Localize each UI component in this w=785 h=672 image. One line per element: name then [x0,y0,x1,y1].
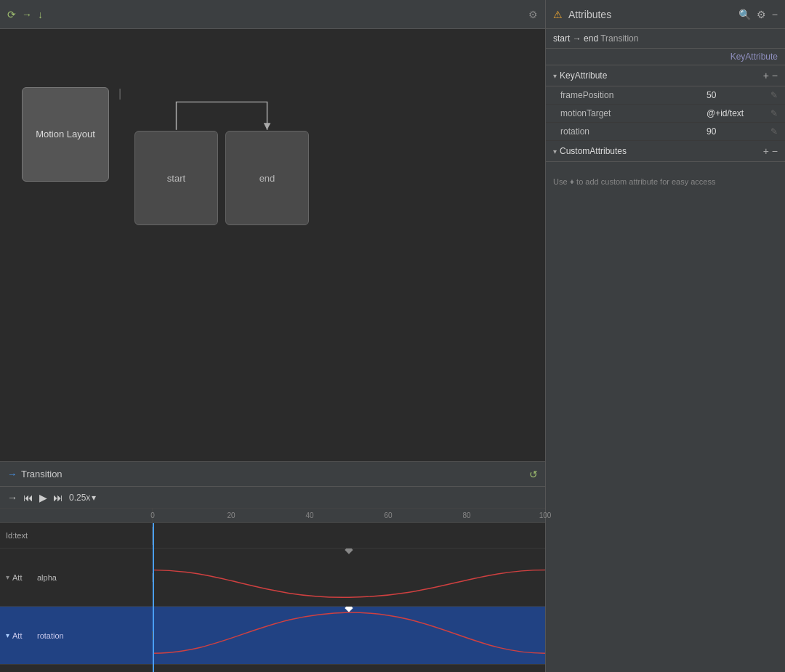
rotation-label-area: ▾ Att rotation [0,631,153,640]
minus-icon[interactable]: − [772,9,778,20]
key-attr-add-btn[interactable]: + [763,70,769,81]
alpha-row: ▾ Att alpha [0,548,545,607]
right-header: ⚠ Attributes 🔍 ⚙ − [546,0,785,29]
key-attribute-section-header: ▾ KeyAttribute + − [546,65,785,86]
motion-target-row: motionTarget @+id/text ✎ [546,105,785,123]
tick-80: 80 [462,511,470,519]
rotation-expand-icon[interactable]: ▾ [6,631,9,639]
node-end-label: end [259,173,275,184]
node-separator: | [109,87,131,100]
tick-60: 60 [384,511,392,519]
frame-position-edit-icon[interactable]: ✎ [770,90,778,100]
nodes-right-group: start end [131,87,313,225]
node-motion-layout[interactable]: Motion Layout [22,87,109,182]
timeline-header: → Transition ↺ [0,462,545,487]
speed-value: 0.25x [69,493,90,503]
custom-attr-info: Use + to add custom attribute for easy a… [546,162,785,202]
tick-0: 0 [150,511,155,519]
alpha-expand-icon[interactable]: ▾ [6,573,9,581]
rotation-row: ▾ Att rotation [0,607,545,665]
key-attr-triangle[interactable]: ▾ [553,72,557,80]
transition-end: end [584,33,598,44]
nodes-container: Motion Layout | start [22,87,313,225]
motion-icon[interactable]: ⟳ [7,9,16,20]
motion-target-name: motionTarget [560,108,701,118]
custom-attr-triangle[interactable]: ▾ [553,147,557,155]
alpha-graph[interactable] [153,548,545,606]
search-icon[interactable]: 🔍 [738,9,751,20]
svg-marker-0 [264,123,271,130]
transition-type: Transition [600,33,638,44]
node-end[interactable]: end [225,131,309,225]
right-panel: ⚠ Attributes 🔍 ⚙ − start → end Transitio… [545,0,785,672]
node-motion-layout-label: Motion Layout [36,128,95,141]
arrow-icon[interactable]: → [22,9,32,20]
settings-icon[interactable]: ⚙ [528,9,538,20]
timeline-title: Transition [21,469,63,479]
motion-target-value[interactable]: @+id/text [706,108,765,118]
rotation-value-label: rotation [37,631,64,640]
transition-start: start [553,33,570,44]
custom-attr-add-btn[interactable]: + [763,145,769,157]
rotation-attr-row: rotation 90 ✎ [546,123,785,141]
left-panel: ⟳ → ↓ ⚙ Motion Layout | [0,0,545,672]
toolbar: ⟳ → ↓ ⚙ [0,0,545,29]
down-icon[interactable]: ↓ [38,9,43,20]
speed-selector[interactable]: 0.25x ▾ [69,493,96,503]
to-start-btn[interactable]: ⏮ [23,492,33,503]
tick-40: 40 [305,511,313,519]
ruler-wrapper: 0 20 40 60 80 100 [0,509,545,523]
warning-icon: ⚠ [553,9,563,20]
key-attribute-name: KeyAttribute [730,52,778,62]
custom-attr-info-text: Use + to add custom attribute for easy a… [553,177,716,186]
rotation-att-label: Att [12,631,34,640]
node-start[interactable]: start [134,131,218,225]
key-attr-title: KeyAttribute [560,70,760,81]
transition-label: start → end Transition [546,29,785,49]
motion-target-edit-icon[interactable]: ✎ [770,108,778,118]
playback-bar: → ⏮ ▶ ⏭ 0.25x ▾ [0,487,545,509]
rotation-curve-svg [153,607,545,664]
attributes-title: Attributes [568,9,733,20]
transition-arrow-icon: → [7,469,17,479]
connector-svg [131,87,313,131]
custom-attr-title: CustomAttributes [560,146,760,156]
rotation-attr-name: rotation [560,126,701,137]
frame-position-value[interactable]: 50 [706,90,765,100]
alpha-curve-svg [153,548,545,606]
tick-100: 100 [539,511,552,519]
refresh-icon[interactable]: ↺ [529,469,538,480]
node-start-label: start [167,173,185,184]
plus-sign: + [570,177,574,186]
speed-dropdown-icon[interactable]: ▾ [92,493,96,503]
key-attribute-label: KeyAttribute [546,49,785,65]
id-text-graph [153,523,545,548]
rotation-graph[interactable] [153,607,545,664]
key-attr-remove-btn[interactable]: − [772,70,778,81]
canvas-area: Motion Layout | start [0,29,545,461]
ruler-ticks: 0 20 40 60 80 100 [153,509,545,522]
custom-attr-section-header: ▾ CustomAttributes + − [546,141,785,162]
frame-position-row: framePosition 50 ✎ [546,86,785,105]
gear-icon[interactable]: ⚙ [757,9,766,20]
timeline-panel: → Transition ↺ → ⏮ ▶ ⏭ 0.25x ▾ 0 20 40 6… [0,461,545,672]
ruler-offset [0,509,153,522]
to-end-btn[interactable]: ⏭ [53,492,63,503]
alpha-value-label: alpha [37,573,57,582]
nodes-row: start end [131,131,313,225]
track-container: Id:text ▾ Att alpha [0,523,545,672]
alpha-label-area: ▾ Att alpha [0,573,153,582]
tick-20: 20 [227,511,235,519]
arrow-btn[interactable]: → [7,492,17,503]
id-text-label: Id:text [0,527,153,545]
rotation-attr-edit-icon[interactable]: ✎ [770,126,778,137]
connector-area [131,87,313,131]
play-btn[interactable]: ▶ [39,492,47,503]
frame-position-name: framePosition [560,90,701,100]
rotation-attr-value[interactable]: 90 [706,126,765,137]
custom-attr-remove-btn[interactable]: − [772,145,778,157]
transition-arrow: → [573,33,584,44]
alpha-att-label: Att [12,573,34,582]
id-text-row: Id:text [0,523,545,548]
